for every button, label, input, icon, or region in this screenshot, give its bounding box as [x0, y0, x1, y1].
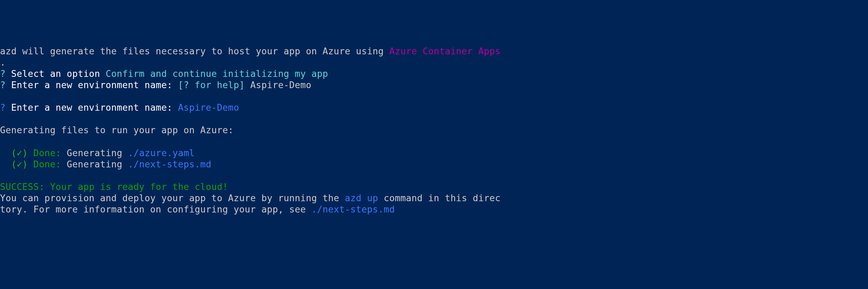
env-name-value: Aspire-Demo	[178, 102, 239, 113]
success-message: SUCCESS: Your app is ready for the cloud…	[0, 181, 228, 192]
terminal-output: azd will generate the files necessary to…	[0, 45, 868, 215]
check-icon: (✓)	[11, 148, 34, 158]
footer-text: You can provision and deploy your app to…	[0, 193, 345, 203]
check-icon: (✓)	[11, 159, 34, 169]
env-name-prompt: Enter a new environment name:	[5, 80, 178, 90]
prompt-marker: ?	[0, 68, 5, 79]
generating-header: Generating files to run your app on Azur…	[0, 125, 234, 135]
done-indent	[0, 148, 11, 158]
intro-text: azd will generate the files necessary to…	[0, 46, 389, 56]
dot: .	[0, 57, 5, 68]
done-action: Generating	[61, 148, 128, 158]
env-name-input[interactable]: Aspire-Demo	[250, 80, 311, 90]
help-hint: [? for help]	[178, 80, 250, 90]
env-name-prompt-confirmed: Enter a new environment name:	[5, 102, 178, 113]
generated-file: ./next-steps.md	[128, 159, 211, 169]
done-action: Generating	[61, 159, 128, 169]
azure-container-apps-link[interactable]: Azure Container Apps	[389, 46, 501, 56]
prompt-marker: ?	[0, 102, 5, 113]
select-option-answer: Confirm and continue initializing my app	[106, 68, 328, 79]
footer-text: command in this direc	[378, 193, 501, 203]
footer-text: tory. For more information on configurin…	[0, 204, 311, 215]
done-indent	[0, 159, 11, 169]
done-label: Done:	[34, 159, 61, 169]
done-label: Done:	[34, 148, 61, 158]
generated-file: ./azure.yaml	[128, 148, 195, 158]
command-hint: azd up	[345, 193, 378, 203]
next-steps-link: ./next-steps.md	[311, 204, 395, 215]
select-option-prompt: Select an option	[5, 68, 106, 79]
prompt-marker: ?	[0, 80, 5, 90]
